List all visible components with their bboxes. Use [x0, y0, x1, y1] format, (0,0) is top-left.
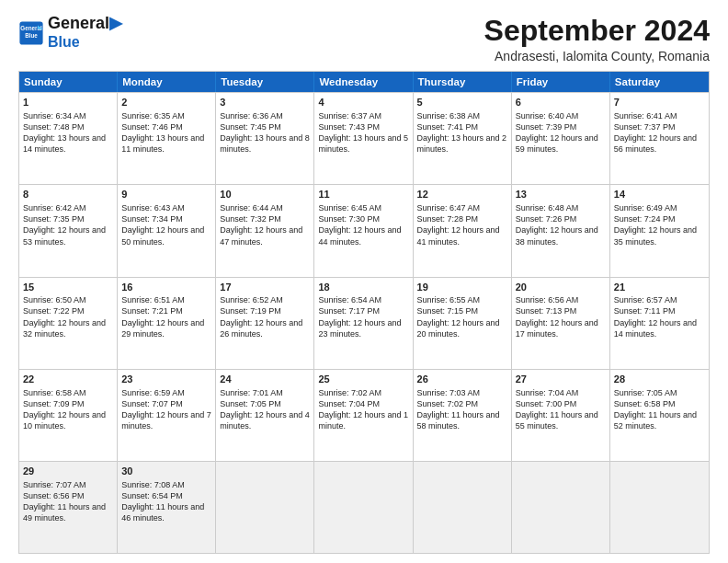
sunrise-text: Sunrise: 7:01 AM [220, 388, 283, 397]
sunrise-text: Sunrise: 6:43 AM [121, 203, 185, 213]
calendar-cell: 15Sunrise: 6:50 AMSunset: 7:22 PMDayligh… [19, 278, 118, 369]
sunset-text: Sunset: 7:02 PM [417, 399, 479, 408]
calendar-cell: 21Sunrise: 6:57 AMSunset: 7:11 PMDayligh… [610, 278, 709, 369]
calendar-cell: 19Sunrise: 6:55 AMSunset: 7:15 PMDayligh… [414, 278, 512, 369]
calendar-week: 8Sunrise: 6:42 AMSunset: 7:35 PMDaylight… [19, 184, 709, 276]
calendar-week: 15Sunrise: 6:50 AMSunset: 7:22 PMDayligh… [19, 277, 709, 369]
calendar-week: 1Sunrise: 6:34 AMSunset: 7:48 PMDaylight… [19, 92, 709, 184]
sunrise-text: Sunrise: 7:03 AM [417, 388, 481, 397]
sunrise-text: Sunrise: 6:59 AM [121, 388, 185, 397]
day-number: 7 [614, 96, 705, 109]
calendar-cell: 23Sunrise: 6:59 AMSunset: 7:07 PMDayligh… [118, 370, 216, 461]
sunrise-text: Sunrise: 7:02 AM [318, 388, 381, 397]
calendar-cell [216, 462, 314, 553]
sunset-text: Sunset: 7:24 PM [614, 214, 676, 224]
day-number: 25 [318, 373, 408, 386]
calendar-cell: 24Sunrise: 7:01 AMSunset: 7:05 PMDayligh… [216, 370, 314, 461]
sunset-text: Sunset: 7:34 PM [121, 214, 183, 224]
location: Andrasesti, Ialomita County, Romania [484, 49, 710, 63]
calendar-cell: 8Sunrise: 6:42 AMSunset: 7:35 PMDaylight… [19, 185, 118, 276]
day-number: 11 [318, 188, 408, 201]
day-number: 12 [417, 188, 507, 201]
calendar-cell [314, 462, 413, 553]
day-number: 30 [121, 465, 211, 478]
calendar-header-cell: Tuesday [216, 72, 314, 92]
sunset-text: Sunset: 7:32 PM [220, 214, 281, 224]
sunset-text: Sunset: 7:39 PM [516, 122, 577, 132]
calendar-header: SundayMondayTuesdayWednesdayThursdayFrid… [19, 72, 709, 92]
day-number: 23 [121, 373, 211, 386]
sunset-text: Sunset: 7:43 PM [318, 122, 380, 132]
daylight-text: Daylight: 12 hours and 10 minutes. [23, 410, 106, 431]
sunrise-text: Sunrise: 6:57 AM [614, 295, 677, 304]
day-number: 22 [23, 373, 113, 386]
sunrise-text: Sunrise: 7:05 AM [614, 388, 677, 397]
day-number: 10 [220, 188, 310, 201]
day-number: 14 [614, 188, 705, 201]
day-number: 5 [417, 96, 507, 109]
calendar-cell: 25Sunrise: 7:02 AMSunset: 7:04 PMDayligh… [314, 370, 413, 461]
sunrise-text: Sunrise: 6:51 AM [121, 295, 185, 304]
sunset-text: Sunset: 7:26 PM [516, 214, 577, 224]
sunrise-text: Sunrise: 6:58 AM [23, 388, 86, 397]
daylight-text: Daylight: 12 hours and 26 minutes. [220, 318, 302, 339]
daylight-text: Daylight: 12 hours and 41 minutes. [417, 225, 500, 246]
daylight-text: Daylight: 13 hours and 5 minutes. [318, 133, 408, 154]
calendar-week: 22Sunrise: 6:58 AMSunset: 7:09 PMDayligh… [19, 369, 709, 461]
sunrise-text: Sunrise: 6:42 AM [23, 203, 86, 213]
day-number: 16 [121, 281, 211, 294]
calendar-cell [414, 462, 512, 553]
day-number: 19 [417, 281, 507, 294]
daylight-text: Daylight: 12 hours and 56 minutes. [614, 133, 697, 154]
calendar-cell: 17Sunrise: 6:52 AMSunset: 7:19 PMDayligh… [216, 278, 314, 369]
sunset-text: Sunset: 7:45 PM [220, 122, 281, 132]
day-number: 9 [121, 188, 211, 201]
daylight-text: Daylight: 12 hours and 38 minutes. [516, 225, 598, 246]
calendar-cell [610, 462, 709, 553]
sunset-text: Sunset: 7:09 PM [23, 399, 85, 408]
sunrise-text: Sunrise: 6:36 AM [220, 111, 283, 121]
calendar: SundayMondayTuesdayWednesdayThursdayFrid… [18, 71, 710, 554]
sunrise-text: Sunrise: 6:52 AM [220, 295, 283, 304]
sunrise-text: Sunrise: 6:35 AM [121, 111, 185, 121]
sunrise-text: Sunrise: 6:41 AM [614, 111, 677, 121]
sunset-text: Sunset: 7:07 PM [121, 399, 183, 408]
day-number: 3 [220, 96, 310, 109]
calendar-header-cell: Friday [512, 72, 610, 92]
daylight-text: Daylight: 12 hours and 7 minutes. [121, 410, 211, 431]
sunrise-text: Sunrise: 6:55 AM [417, 295, 481, 304]
logo-text: General▶Blue [48, 15, 122, 52]
calendar-cell: 4Sunrise: 6:37 AMSunset: 7:43 PMDaylight… [314, 93, 413, 184]
sunrise-text: Sunrise: 6:56 AM [516, 295, 579, 304]
sunset-text: Sunset: 6:58 PM [614, 399, 676, 408]
calendar-header-cell: Wednesday [314, 72, 413, 92]
calendar-cell: 7Sunrise: 6:41 AMSunset: 7:37 PMDaylight… [610, 93, 709, 184]
day-number: 28 [614, 373, 705, 386]
sunrise-text: Sunrise: 6:48 AM [516, 203, 579, 213]
day-number: 6 [516, 96, 606, 109]
calendar-cell: 27Sunrise: 7:04 AMSunset: 7:00 PMDayligh… [512, 370, 610, 461]
daylight-text: Daylight: 12 hours and 4 minutes. [220, 410, 310, 431]
daylight-text: Daylight: 13 hours and 2 minutes. [417, 133, 507, 154]
title-block: September 2024 Andrasesti, Ialomita Coun… [484, 15, 710, 63]
calendar-header-cell: Saturday [610, 72, 709, 92]
sunset-text: Sunset: 7:13 PM [516, 306, 577, 316]
daylight-text: Daylight: 12 hours and 47 minutes. [220, 225, 302, 246]
daylight-text: Daylight: 12 hours and 44 minutes. [318, 225, 401, 246]
day-number: 1 [23, 96, 113, 109]
day-number: 2 [121, 96, 211, 109]
daylight-text: Daylight: 12 hours and 35 minutes. [614, 225, 697, 246]
daylight-text: Daylight: 12 hours and 20 minutes. [417, 318, 500, 339]
day-number: 8 [23, 188, 113, 201]
sunset-text: Sunset: 6:56 PM [23, 491, 85, 500]
sunset-text: Sunset: 7:35 PM [23, 214, 85, 224]
daylight-text: Daylight: 11 hours and 55 minutes. [516, 410, 598, 431]
sunrise-text: Sunrise: 6:40 AM [516, 111, 579, 121]
calendar-cell: 13Sunrise: 6:48 AMSunset: 7:26 PMDayligh… [512, 185, 610, 276]
page: General Blue General▶Blue September 2024… [0, 0, 728, 563]
daylight-text: Daylight: 13 hours and 14 minutes. [23, 133, 106, 154]
logo: General Blue General▶Blue [18, 15, 122, 52]
sunset-text: Sunset: 7:05 PM [220, 399, 281, 408]
calendar-cell: 10Sunrise: 6:44 AMSunset: 7:32 PMDayligh… [216, 185, 314, 276]
sunrise-text: Sunrise: 6:38 AM [417, 111, 481, 121]
